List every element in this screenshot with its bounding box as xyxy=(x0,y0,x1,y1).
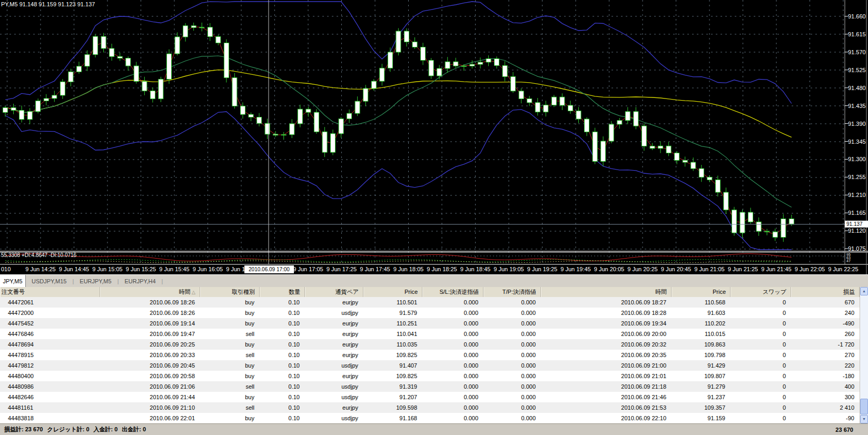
table-cell: -1 720 xyxy=(791,339,860,350)
table-cell: usdjpy xyxy=(305,413,363,423)
table-row[interactable]: 444789152010.06.09 20:33sell0.10eurjpy10… xyxy=(0,350,860,360)
table-row[interactable]: 444811612010.06.09 21:10sell0.10eurjpy10… xyxy=(0,402,860,413)
table-row[interactable]: 444838182010.06.09 22:01buy0.10usdjpy91.… xyxy=(0,413,860,423)
table-row[interactable]: 444754522010.06.09 19:14buy0.10eurjpy110… xyxy=(0,318,860,329)
time-axis-label: 9 Jun 14:45 xyxy=(59,266,90,272)
sort-ascending-icon: △ xyxy=(191,290,195,295)
table-header-col-3[interactable]: 数量 xyxy=(260,287,305,297)
table-cell: 0.000 xyxy=(422,308,484,318)
time-axis-label: 9 Jun 20:05 xyxy=(594,266,625,272)
candlestick-chart[interactable] xyxy=(0,0,868,274)
table-row[interactable]: 444809862010.06.09 21:06sell0.10usdjpy91… xyxy=(0,381,860,392)
table-cell: 0.000 xyxy=(422,339,484,350)
trade-history-table: 444720612010.06.09 18:26buy0.10eurjpy110… xyxy=(0,297,860,423)
table-header-col-8[interactable]: 時間 xyxy=(541,287,672,297)
table-cell: 44478694 xyxy=(0,339,100,350)
table-cell: 2010.06.09 20:00 xyxy=(541,329,672,339)
table-cell: 91.207 xyxy=(363,392,422,402)
table-cell: 91.237 xyxy=(672,392,731,402)
status-withdrawal: 出金計: 0 xyxy=(122,426,146,433)
table-row[interactable]: 444786942010.06.09 20:25buy0.10eurjpy110… xyxy=(0,339,860,350)
table-cell: 44479812 xyxy=(0,360,100,371)
table-cell: 109.807 xyxy=(672,371,731,381)
indicator-values-label: 55.3308 +DI:4.8647 -DI:10.0716 xyxy=(1,252,76,258)
price-axis-label: 91.480 xyxy=(848,85,866,91)
chart-tab-bar: JPY,M5USDJPY,M15|EURJPY,M5|EURJPY,H4| xyxy=(0,274,868,288)
table-header-col-1[interactable]: 時間 △ xyxy=(100,287,200,297)
time-axis-label: 9 Jun 18:25 xyxy=(427,266,457,272)
table-cell: 109.863 xyxy=(672,339,731,350)
chart-tab-jpy-m5[interactable]: JPY,M5 xyxy=(0,275,26,288)
vertical-scrollbar[interactable]: ▲ ▼ xyxy=(860,287,868,423)
table-cell: 0.000 xyxy=(484,381,541,392)
table-row[interactable]: 444768462010.06.09 19:47sell0.10eurjpy11… xyxy=(0,329,860,339)
table-row[interactable]: 444720002010.06.09 18:26buy0.10usdjpy91.… xyxy=(0,308,860,318)
table-cell: 0 xyxy=(731,297,791,308)
table-header-col-10[interactable]: スワップ xyxy=(731,287,791,297)
table-header-col-5[interactable]: Price xyxy=(363,287,422,297)
table-header-col-4[interactable]: 通貨ペア xyxy=(305,287,363,297)
table-cell: 220 xyxy=(791,360,860,371)
table-header-col-7[interactable]: T/P:決済指値 xyxy=(484,287,541,297)
table-cell: 110.041 xyxy=(363,329,422,339)
table-cell: 44478915 xyxy=(0,350,100,360)
time-axis-label: 9 Jun 17:45 xyxy=(360,266,390,272)
chart-panel[interactable]: PY,M5 91.148 91.159 91.123 91.137 55.330… xyxy=(0,0,868,274)
table-cell: 0.10 xyxy=(260,381,305,392)
price-axis-label: 91.570 xyxy=(848,49,866,55)
time-axis-label: 9 Jun 19:45 xyxy=(560,266,591,272)
scroll-up-icon[interactable]: ▲ xyxy=(860,287,868,295)
table-cell: 2010.06.09 19:34 xyxy=(541,318,672,329)
table-cell: buy xyxy=(200,371,260,381)
table-cell: usdjpy xyxy=(305,392,363,402)
time-axis-label: 9 Jun 20:25 xyxy=(627,266,658,272)
table-header-col-11[interactable]: 損益 xyxy=(791,287,860,297)
table-cell: 44480400 xyxy=(0,371,100,381)
table-cell: sell xyxy=(200,329,260,339)
table-cell: -490 xyxy=(791,318,860,329)
table-header-col-2[interactable]: 取引種別 xyxy=(200,287,260,297)
table-cell: eurjpy xyxy=(305,297,363,308)
price-axis-label: 91.390 xyxy=(848,121,866,127)
table-cell: 300 xyxy=(791,392,860,402)
chart-tab-eurjpy-h4[interactable]: EURJPY,H4 xyxy=(119,275,161,288)
table-header-col-0[interactable]: 注文番号 xyxy=(0,287,100,297)
time-axis-label: 9 Jun 15:25 xyxy=(126,266,156,272)
table-cell: 0 xyxy=(731,308,791,318)
table-cell: 109.798 xyxy=(672,350,731,360)
price-axis-label: 91.210 xyxy=(848,192,866,198)
scroll-down-icon[interactable]: ▼ xyxy=(860,415,868,423)
table-cell: 44483818 xyxy=(0,413,100,423)
table-cell: 2010.06.09 21:53 xyxy=(541,402,672,413)
table-row[interactable]: 444804002010.06.09 20:58buy0.10eurjpy109… xyxy=(0,371,860,381)
table-cell: 2010.06.09 18:26 xyxy=(100,308,200,318)
table-cell: 0.10 xyxy=(260,297,305,308)
table-cell: 110.202 xyxy=(672,318,731,329)
table-cell: 2010.06.09 20:45 xyxy=(100,360,200,371)
tab-separator: | xyxy=(162,275,163,288)
table-cell: sell xyxy=(200,381,260,392)
table-row[interactable]: 444826462010.06.09 21:44buy0.10usdjpy91.… xyxy=(0,392,860,402)
table-cell: 2010.06.09 22:01 xyxy=(100,413,200,423)
time-axis-label: 9 Jun 17:25 xyxy=(327,266,357,272)
chart-tab-usdjpy-m15[interactable]: USDJPY,M15 xyxy=(26,275,72,288)
price-axis-label: 91.300 xyxy=(848,156,866,162)
current-price-box: 91.137 xyxy=(845,221,868,228)
table-row[interactable]: 444720612010.06.09 18:26buy0.10eurjpy110… xyxy=(0,297,860,308)
table-cell: 670 xyxy=(791,297,860,308)
table-cell: 0.000 xyxy=(422,318,484,329)
chart-tab-eurjpy-m5[interactable]: EURJPY,M5 xyxy=(74,275,117,288)
crosshair-time-box: 2010.06.09 17:00 xyxy=(244,265,294,273)
table-cell: 0.000 xyxy=(422,413,484,423)
scrollbar-thumb[interactable] xyxy=(860,399,868,414)
table-cell: buy xyxy=(200,297,260,308)
table-cell: 0 xyxy=(731,318,791,329)
table-cell: usdjpy xyxy=(305,360,363,371)
price-axis-label: 91.435 xyxy=(848,103,866,109)
table-header-col-6[interactable]: S/L:決済逆指値 xyxy=(422,287,484,297)
table-row[interactable]: 444798122010.06.09 20:45buy0.10usdjpy91.… xyxy=(0,360,860,371)
table-cell: 2010.06.09 22:10 xyxy=(541,413,672,423)
table-cell: 0.10 xyxy=(260,329,305,339)
table-header-col-9[interactable]: Price xyxy=(672,287,731,297)
time-axis-label: 9 Jun 20:45 xyxy=(661,266,692,272)
